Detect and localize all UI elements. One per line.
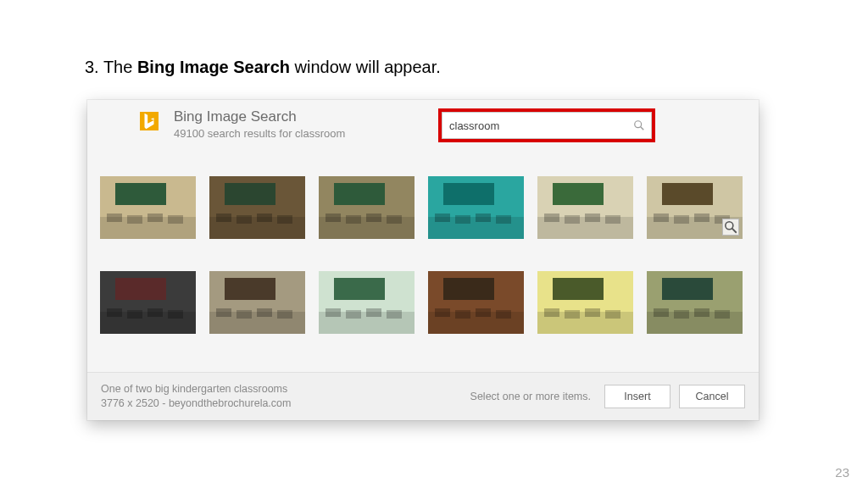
- svg-rect-37: [605, 215, 620, 224]
- result-thumbnail[interactable]: [647, 176, 743, 239]
- search-input[interactable]: [442, 112, 652, 139]
- svg-rect-6: [107, 214, 122, 222]
- results-row: [100, 271, 746, 334]
- svg-rect-76: [553, 278, 604, 300]
- svg-rect-21: [346, 215, 361, 224]
- svg-rect-29: [476, 214, 491, 222]
- svg-rect-50: [107, 308, 122, 317]
- bing-logo-icon: [140, 112, 159, 130]
- svg-rect-7: [127, 215, 142, 224]
- selection-meta: 3776 x 2520 - beyondthebrochurela.com: [101, 396, 291, 411]
- step-caption: 3. The Bing Image Search window will app…: [85, 58, 441, 77]
- results-grid: [100, 176, 746, 334]
- svg-rect-73: [476, 308, 491, 317]
- svg-rect-15: [257, 214, 272, 222]
- step-text-prefix: The: [103, 58, 137, 76]
- cancel-button[interactable]: Cancel: [679, 385, 745, 408]
- svg-rect-32: [553, 183, 604, 205]
- svg-rect-36: [585, 214, 600, 222]
- svg-rect-59: [257, 308, 272, 317]
- result-thumbnail[interactable]: [209, 176, 305, 239]
- svg-rect-43: [694, 214, 709, 222]
- svg-rect-34: [544, 214, 559, 222]
- svg-rect-88: [715, 310, 730, 319]
- svg-rect-78: [544, 308, 559, 317]
- svg-rect-55: [225, 278, 275, 300]
- svg-rect-62: [334, 278, 385, 300]
- window-header: Bing Image Search 49100 search results f…: [87, 100, 759, 168]
- svg-rect-85: [654, 308, 669, 317]
- svg-rect-66: [366, 308, 381, 317]
- window-footer: One of two big kindergarten classrooms 3…: [87, 372, 759, 420]
- result-thumbnail[interactable]: [428, 176, 524, 239]
- svg-point-45: [726, 222, 733, 230]
- svg-rect-48: [115, 278, 166, 300]
- svg-rect-67: [387, 310, 402, 319]
- result-count: 49100 search results for classroom: [174, 127, 345, 140]
- svg-rect-14: [236, 215, 252, 224]
- svg-rect-58: [236, 310, 252, 319]
- svg-rect-71: [435, 308, 450, 317]
- svg-rect-16: [277, 215, 292, 224]
- bing-image-search-window: Bing Image Search 49100 search results f…: [87, 100, 759, 420]
- result-thumbnail[interactable]: [537, 176, 633, 239]
- svg-rect-81: [605, 310, 620, 319]
- svg-rect-35: [565, 215, 580, 224]
- svg-rect-20: [326, 214, 341, 222]
- results-row: [100, 176, 746, 239]
- svg-rect-53: [168, 310, 183, 319]
- svg-rect-4: [115, 183, 166, 205]
- svg-marker-0: [145, 114, 154, 129]
- magnify-icon[interactable]: [722, 219, 739, 236]
- svg-rect-9: [168, 215, 183, 224]
- selection-hint: Select one or more items.: [470, 391, 591, 402]
- svg-rect-42: [674, 215, 689, 224]
- svg-rect-72: [455, 310, 470, 319]
- step-text-suffix: window will appear.: [290, 58, 441, 76]
- svg-rect-39: [662, 183, 713, 205]
- svg-rect-79: [565, 310, 580, 319]
- result-thumbnail[interactable]: [647, 271, 743, 334]
- svg-rect-87: [694, 308, 709, 317]
- insert-button[interactable]: Insert: [604, 385, 670, 408]
- step-text-bold: Bing Image Search: [137, 58, 290, 76]
- svg-rect-25: [443, 183, 494, 205]
- svg-rect-23: [387, 215, 402, 224]
- result-thumbnail[interactable]: [319, 176, 415, 239]
- svg-rect-57: [216, 308, 231, 317]
- svg-line-46: [732, 229, 737, 233]
- result-thumbnail[interactable]: [319, 271, 415, 334]
- svg-rect-8: [147, 214, 163, 222]
- page-number: 23: [835, 465, 849, 480]
- svg-rect-52: [147, 308, 163, 317]
- result-thumbnail[interactable]: [100, 176, 196, 239]
- svg-rect-69: [443, 278, 494, 300]
- svg-rect-83: [662, 278, 713, 300]
- svg-rect-11: [225, 183, 275, 205]
- svg-rect-80: [585, 308, 600, 317]
- svg-rect-60: [277, 310, 292, 319]
- svg-rect-13: [216, 214, 231, 222]
- result-thumbnail[interactable]: [209, 271, 305, 334]
- svg-rect-41: [654, 214, 669, 222]
- svg-rect-64: [326, 308, 341, 317]
- window-title: Bing Image Search: [174, 108, 345, 125]
- svg-rect-74: [496, 310, 511, 319]
- svg-rect-65: [346, 310, 361, 319]
- svg-rect-86: [674, 310, 689, 319]
- svg-rect-51: [127, 310, 142, 319]
- search-box-highlight: [438, 108, 655, 142]
- selection-info: One of two big kindergarten classrooms 3…: [101, 382, 291, 411]
- svg-rect-28: [455, 215, 470, 224]
- result-thumbnail[interactable]: [537, 271, 633, 334]
- svg-rect-27: [435, 214, 450, 222]
- step-number: 3.: [85, 58, 99, 76]
- result-thumbnail[interactable]: [428, 271, 524, 334]
- svg-rect-18: [334, 183, 385, 205]
- svg-rect-22: [366, 214, 381, 222]
- selection-title: One of two big kindergarten classrooms: [101, 382, 291, 396]
- result-thumbnail[interactable]: [100, 271, 196, 334]
- svg-rect-30: [496, 215, 511, 224]
